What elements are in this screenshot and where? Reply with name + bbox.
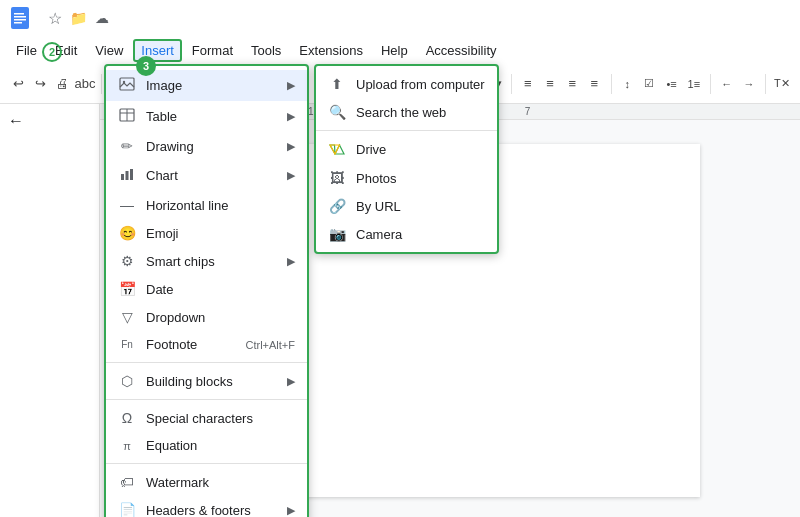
star-icon[interactable]: ☆ [48,9,62,28]
separator8 [710,74,711,94]
sep2 [106,399,307,400]
svg-rect-3 [14,19,26,21]
menu-format[interactable]: Format [184,39,241,62]
cloud-icon[interactable]: ☁ [95,10,109,26]
menu-help[interactable]: Help [373,39,416,62]
drive-label: Drive [356,142,386,157]
image-drive-item[interactable]: Drive [316,135,497,164]
photos-label: Photos [356,171,396,186]
undo-button[interactable]: ↩ [8,70,28,98]
insert-image-item[interactable]: Image ▶ [106,70,307,101]
svg-rect-10 [121,174,124,180]
smartchips-icon: ⚙ [118,253,136,269]
drawing-label: Drawing [146,139,194,154]
align-left[interactable]: ≡ [518,70,538,98]
headers-icon: 📄 [118,502,136,517]
footnote-shortcut: Ctrl+Alt+F [245,339,295,351]
img-sep1 [316,130,497,131]
headers-label: Headers & footers [146,503,251,518]
image-submenu: ⬆ Upload from computer 🔍 Search the web … [314,64,499,254]
menu-extensions[interactable]: Extensions [291,39,371,62]
indent-increase[interactable]: → [739,70,759,98]
watermark-icon: 🏷 [118,474,136,490]
image-search-item[interactable]: 🔍 Search the web [316,98,497,126]
separator1 [101,74,102,94]
image-photos-item[interactable]: 🖼 Photos [316,164,497,192]
print-button[interactable]: 🖨 [52,70,72,98]
align-justify[interactable]: ≡ [584,70,604,98]
sidebar-back-icon[interactable]: ← [8,112,24,130]
insert-dropdown-item[interactable]: ▽ Dropdown [106,303,307,331]
photos-icon: 🖼 [328,170,346,186]
hline-icon: — [118,197,136,213]
align-right[interactable]: ≡ [562,70,582,98]
drawing-icon: ✏ [118,138,136,154]
align-center[interactable]: ≡ [540,70,560,98]
folder-icon[interactable]: 📁 [70,10,87,26]
insert-equation-item[interactable]: π Equation [106,432,307,459]
insert-watermark-item[interactable]: 🏷 Watermark [106,468,307,496]
clear-format[interactable]: T✕ [772,70,792,98]
specialchars-label: Special characters [146,411,253,426]
drive-icon [328,141,346,158]
svg-rect-2 [14,16,26,18]
insert-menu-container: Image ▶ Table ▶ ✏ Drawing [104,64,309,517]
smartchips-label: Smart chips [146,254,215,269]
insert-headers-item[interactable]: 📄 Headers & footers ▶ [106,496,307,517]
search-web-icon: 🔍 [328,104,346,120]
table-chevron: ▶ [287,110,295,123]
upload-icon: ⬆ [328,76,346,92]
buildingblocks-label: Building blocks [146,374,233,389]
redo-button[interactable]: ↪ [30,70,50,98]
image-camera-item[interactable]: 📷 Camera [316,220,497,248]
insert-chart-item[interactable]: Chart ▶ [106,160,307,191]
table-label: Table [146,109,177,124]
annotation-circle-2: 3 [136,56,156,76]
buildingblocks-icon: ⬡ [118,373,136,389]
insert-footnote-item[interactable]: Fn Footnote Ctrl+Alt+F [106,331,307,358]
insert-date-item[interactable]: 📅 Date [106,275,307,303]
menu-accessibility[interactable]: Accessibility [418,39,505,62]
watermark-label: Watermark [146,475,209,490]
footnote-icon: Fn [118,339,136,350]
menu-tools[interactable]: Tools [243,39,289,62]
insert-smartchips-item[interactable]: ⚙ Smart chips ▶ [106,247,307,275]
insert-drawing-item[interactable]: ✏ Drawing ▶ [106,132,307,160]
title-bar: ☆ 📁 ☁ [0,0,800,36]
bullet-list[interactable]: •≡ [662,70,682,98]
checklist[interactable]: ☑ [639,70,659,98]
svg-rect-12 [130,169,133,180]
chart-icon [118,166,136,185]
svg-rect-4 [14,22,22,24]
menu-file[interactable]: File [8,39,45,62]
insert-buildingblocks-item[interactable]: ⬡ Building blocks ▶ [106,367,307,395]
image-upload-item[interactable]: ⬆ Upload from computer [316,70,497,98]
image-url-item[interactable]: 🔗 By URL [316,192,497,220]
headers-chevron: ▶ [287,504,295,517]
url-icon: 🔗 [328,198,346,214]
insert-emoji-item[interactable]: 😊 Emoji [106,219,307,247]
equation-label: Equation [146,438,197,453]
camera-icon: 📷 [328,226,346,242]
indent-decrease[interactable]: ← [717,70,737,98]
spellcheck-button[interactable]: abc [75,70,96,98]
annotation-circle-1: 2 [42,42,62,62]
insert-table-item[interactable]: Table ▶ [106,101,307,132]
hline-label: Horizontal line [146,198,228,213]
insert-specialchars-item[interactable]: Ω Special characters [106,404,307,432]
menu-bar: File Edit View Insert Format Tools Exten… [0,36,800,64]
svg-rect-0 [11,7,29,29]
insert-hline-item[interactable]: — Horizontal line [106,191,307,219]
emoji-label: Emoji [146,226,179,241]
emoji-icon: 😊 [118,225,136,241]
table-icon [118,107,136,126]
menu-view[interactable]: View [87,39,131,62]
numbered-list[interactable]: 1≡ [684,70,704,98]
sep1 [106,362,307,363]
drawing-chevron: ▶ [287,140,295,153]
line-spacing[interactable]: ↕ [617,70,637,98]
doc-icon [8,6,32,30]
svg-marker-14 [335,145,344,154]
image-label: Image [146,78,182,93]
insert-dropdown: Image ▶ Table ▶ ✏ Drawing [104,64,309,517]
